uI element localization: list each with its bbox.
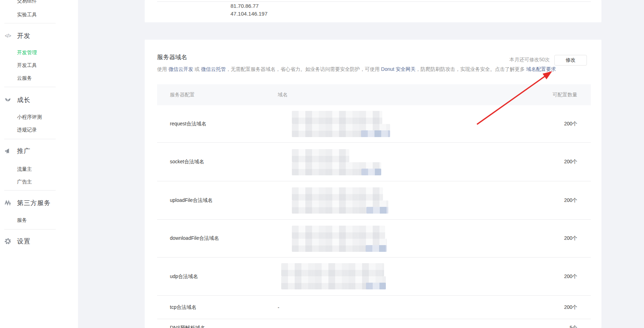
- domain-cell: -: [278, 305, 531, 310]
- count-cell: 200个: [531, 159, 591, 165]
- blurred-link-text: [366, 283, 386, 289]
- sidebar-item-云服务[interactable]: 云服务: [0, 74, 78, 82]
- sidebar-divider: [4, 87, 56, 87]
- sidebar-label: 云服务: [17, 74, 32, 82]
- sidebar-item-交易组件[interactable]: 交易组件: [0, 0, 78, 5]
- sidebar-label: 违规记录: [17, 126, 37, 134]
- sidebar-item-开发工具[interactable]: 开发工具: [0, 61, 78, 69]
- sidebar-divider: [4, 190, 56, 191]
- blurred-link-text: [366, 245, 387, 252]
- blurred-link-text: [361, 130, 390, 137]
- section-title: 服务器域名: [157, 53, 187, 61]
- table-header-row: 服务器配置 域名 可配置数量: [157, 84, 591, 105]
- row-label: socket合法域名: [157, 159, 278, 165]
- blurred-domain-text: [292, 162, 381, 175]
- sidebar-label: 流量主: [17, 165, 32, 173]
- sidebar-section-推广[interactable]: 推广: [0, 147, 78, 155]
- domain-config-requirements-link[interactable]: 域名配置要求: [526, 66, 556, 72]
- row-label: request合法域名: [157, 121, 278, 127]
- sidebar-label: 广告主: [17, 178, 32, 186]
- count-cell: 200个: [531, 273, 591, 280]
- col-header-domain: 域名: [278, 92, 531, 98]
- sidebar-divider: [4, 229, 56, 230]
- sidebar-section-成长[interactable]: 成长: [0, 96, 78, 104]
- sidebar-item-违规记录[interactable]: 违规记录: [0, 126, 78, 134]
- sprout-icon: [4, 96, 12, 104]
- blurred-link-text: [366, 207, 388, 214]
- blurred-domain-text: [281, 276, 386, 289]
- table-row: tcp合法域名-200个: [157, 296, 591, 319]
- blurred-domain-text: [292, 124, 390, 137]
- third-party-icon: [4, 199, 12, 207]
- count-cell: 200个: [531, 304, 591, 311]
- sidebar-label: 设置: [17, 237, 30, 245]
- sidebar-label: 实验工具: [17, 11, 37, 18]
- weixin-cloud-dev-link[interactable]: 微信云开发: [168, 66, 193, 72]
- sidebar-section-第三方服务[interactable]: 第三方服务: [0, 199, 78, 207]
- blurred-domain-text: [292, 187, 383, 200]
- table-row: downloadFile合法域名200个: [157, 220, 591, 258]
- blurred-domain-text: [292, 149, 349, 162]
- server-domain-card: 服务器域名 本月还可修改50次 修改 使用 微信云开发 或 微信云托管，无需配置…: [145, 40, 601, 328]
- blurred-domain-text: [292, 111, 382, 124]
- sidebar-label: 成长: [17, 96, 30, 104]
- sidebar-label: 小程序评测: [17, 113, 42, 121]
- sidebar-divider: [4, 139, 56, 139]
- row-divider: [157, 1, 591, 2]
- sidebar-label: 交易组件: [17, 0, 37, 5]
- sidebar-label: 服务: [17, 216, 27, 224]
- quota-remaining-text: 本月还可修改50次: [509, 57, 550, 63]
- description-segment: ，防爬防刷防攻击，实现业务安全。点击了解更多: [416, 66, 526, 72]
- table-row: socket合法域名200个: [157, 143, 591, 181]
- donut-gateway-link[interactable]: Donut 安全网关: [381, 66, 416, 72]
- sidebar-nav: 交易组件实验工具</>开发开发管理开发工具云服务成长小程序评测违规记录推广流量主…: [0, 0, 78, 328]
- sidebar-divider: [4, 23, 56, 23]
- ip-address: 81.70.86.77: [231, 2, 267, 10]
- blurred-domain-text: [292, 239, 387, 252]
- weixin-cloud-hosting-link[interactable]: 微信云托管: [201, 66, 226, 72]
- count-cell: 200个: [531, 121, 591, 127]
- col-header-configurable-count: 可配置数量: [531, 92, 591, 98]
- sidebar-item-流量主[interactable]: 流量主: [0, 165, 78, 173]
- megaphone-icon: [4, 147, 12, 155]
- table-row: uploadFile合法域名200个: [157, 181, 591, 220]
- table-row: DNS预解析域名5个: [157, 319, 591, 328]
- row-label: udp合法域名: [157, 273, 278, 280]
- ip-list-card: 81.70.86.77 47.104.146.197: [145, 0, 601, 22]
- col-header-server-config: 服务器配置: [157, 92, 278, 98]
- count-cell: 200个: [531, 235, 591, 242]
- count-cell: 200个: [531, 197, 591, 204]
- sidebar-label: 第三方服务: [17, 199, 51, 207]
- ip-address: 47.104.146.197: [231, 10, 267, 18]
- sidebar-label: 开发管理: [17, 49, 37, 56]
- row-label: uploadFile合法域名: [157, 197, 278, 204]
- blurred-domain-text: [292, 226, 385, 239]
- blurred-domain-text: [292, 200, 388, 214]
- sidebar-label: 推广: [17, 147, 30, 155]
- sidebar-section-设置[interactable]: 设置: [0, 237, 78, 245]
- sidebar-item-广告主[interactable]: 广告主: [0, 178, 78, 186]
- sidebar-section-开发[interactable]: </>开发: [0, 32, 78, 40]
- modify-button[interactable]: 修改: [554, 55, 587, 66]
- description-segment: 或: [193, 66, 201, 72]
- blurred-domain-text: [281, 263, 384, 276]
- sidebar-label: 开发工具: [17, 61, 37, 69]
- sidebar-label: 开发: [17, 32, 30, 40]
- sidebar-item-开发管理[interactable]: 开发管理: [0, 49, 78, 56]
- sidebar-item-实验工具[interactable]: 实验工具: [0, 11, 78, 18]
- description-text: 使用 微信云开发 或 微信云托管，无需配置服务器域名，省心省力。如业务访问需要安…: [157, 66, 556, 73]
- blurred-link-text: [361, 169, 381, 175]
- description-segment: ，无需配置服务器域名，省心省力。如业务访问需要安全防护，可使用: [226, 66, 381, 72]
- sidebar-item-服务[interactable]: 服务: [0, 216, 78, 224]
- gear-icon: [4, 237, 12, 245]
- sidebar-item-小程序评测[interactable]: 小程序评测: [0, 113, 78, 121]
- domain-table: 服务器配置 域名 可配置数量 request合法域名200个socket合法域名…: [157, 84, 591, 328]
- row-label: DNS预解析域名: [157, 319, 278, 328]
- row-label: downloadFile合法域名: [157, 235, 278, 242]
- count-cell: 5个: [531, 319, 591, 328]
- description-segment: 使用: [157, 66, 168, 72]
- table-row: request合法域名200个: [157, 105, 591, 143]
- row-label: tcp合法域名: [157, 304, 278, 311]
- code-icon: </>: [4, 32, 12, 40]
- table-row: udp合法域名200个: [157, 258, 591, 296]
